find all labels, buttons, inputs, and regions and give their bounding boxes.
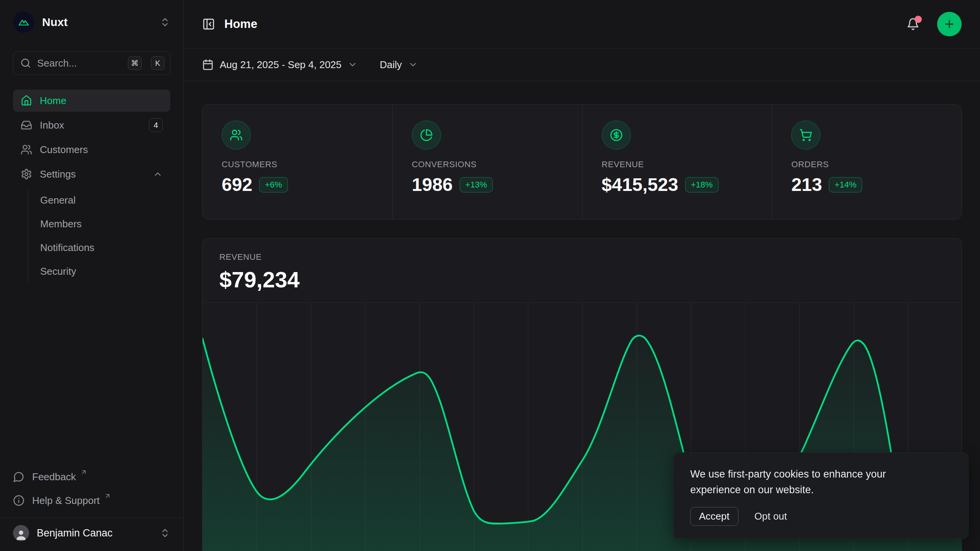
stat-label: REVENUE: [602, 160, 753, 170]
topbar: Home: [184, 0, 980, 49]
help-support-label: Help & Support: [32, 495, 100, 507]
user-menu-button[interactable]: Benjamin Canac: [13, 525, 170, 541]
gear-icon: [21, 168, 32, 180]
user-name: Benjamin Canac: [37, 527, 113, 539]
brand-name: Nuxt: [42, 16, 68, 29]
users-icon: [21, 144, 32, 155]
page-title: Home: [224, 17, 257, 31]
calendar-icon: [202, 59, 214, 70]
external-link-icon: [80, 469, 87, 476]
shopping-cart-icon: [791, 121, 820, 150]
toolbar: Aug 21, 2025 - Sep 4, 2025 Daily: [184, 49, 980, 81]
stat-value: 692: [222, 174, 252, 195]
notification-dot: [915, 16, 922, 23]
stat-value: 1986: [412, 174, 453, 195]
chevron-up-icon: [153, 169, 163, 179]
stat-orders[interactable]: ORDERS 213 +14%: [772, 104, 962, 219]
sidebar-footer: Feedback Help & Support: [13, 465, 170, 518]
nuxt-logo: [13, 11, 34, 33]
stat-label: CUSTOMERS: [222, 160, 373, 170]
sidebar-item-label: Inbox: [40, 119, 64, 131]
home-icon: [21, 95, 32, 106]
sidebar-item-general[interactable]: General: [28, 188, 170, 212]
message-bubble-icon: [13, 471, 24, 483]
chevron-up-down-icon: [160, 17, 170, 28]
sidebar-item-members[interactable]: Members: [28, 212, 170, 236]
sidebar-item-notifications[interactable]: Notifications: [28, 236, 170, 259]
stat-delta-badge: +14%: [829, 177, 862, 192]
settings-sub-list: General Members Notifications Security: [28, 188, 170, 283]
stat-revenue[interactable]: REVENUE $415,523 +18%: [582, 104, 772, 219]
sidebar-nav: Home Inbox 4: [13, 90, 170, 283]
sidebar-item-label: Home: [40, 95, 66, 107]
granularity-value: Daily: [380, 59, 402, 71]
stat-value: $415,523: [602, 174, 678, 195]
info-circle-icon: [13, 495, 24, 506]
sub-item-label: Security: [40, 266, 76, 277]
feedback-label: Feedback: [32, 471, 76, 483]
avatar: [13, 525, 29, 541]
kbd-cmd: ⌘: [128, 56, 142, 70]
sidebar-item-security[interactable]: Security: [28, 259, 170, 283]
help-support-link[interactable]: Help & Support: [13, 489, 170, 512]
revenue-chart-value: $79,234: [219, 267, 945, 292]
sidebar: Nuxt Search... ⌘ K: [0, 0, 184, 551]
granularity-select[interactable]: Daily: [380, 59, 418, 71]
sidebar-item-customers[interactable]: Customers: [13, 139, 170, 161]
add-button[interactable]: [937, 12, 962, 36]
user-section: Benjamin Canac: [0, 518, 183, 551]
stat-conversions[interactable]: CONVERSIONS 1986 +13%: [392, 104, 582, 219]
notifications-button[interactable]: [906, 18, 920, 31]
chevron-up-down-icon: [160, 528, 170, 538]
stat-delta-badge: +13%: [460, 177, 493, 192]
external-link-icon: [104, 492, 111, 499]
date-range-picker[interactable]: Aug 21, 2025 - Sep 4, 2025: [202, 59, 358, 71]
sidebar-item-label: Customers: [40, 144, 88, 156]
stat-delta-badge: +18%: [685, 177, 719, 192]
revenue-chart-label: REVENUE: [219, 252, 945, 262]
accept-button[interactable]: Accept: [690, 507, 738, 526]
sub-item-label: Notifications: [40, 242, 95, 254]
sidebar-item-settings[interactable]: Settings: [13, 163, 170, 185]
users-icon: [222, 121, 251, 150]
opt-out-button[interactable]: Opt out: [755, 510, 787, 522]
stat-value: 213: [791, 174, 822, 195]
workspace-switcher[interactable]: Nuxt: [13, 11, 170, 34]
stats-row: CUSTOMERS 692 +6% CONVERSIONS 1986: [202, 104, 962, 220]
sidebar-item-home[interactable]: Home: [13, 90, 170, 112]
plus-icon: [943, 18, 956, 30]
kbd-k: K: [151, 56, 165, 70]
stat-label: ORDERS: [791, 160, 942, 170]
sidebar-item-label: Settings: [40, 168, 76, 180]
feedback-link[interactable]: Feedback: [13, 465, 170, 489]
revenue-chart-header: REVENUE $79,234: [203, 238, 962, 302]
chart-pie-icon: [412, 121, 441, 150]
chevron-down-icon: [408, 60, 418, 70]
cookie-banner: We use first-party cookies to enhance yo…: [673, 452, 969, 539]
inbox-count-badge: 4: [149, 118, 163, 132]
inbox-icon: [21, 119, 32, 131]
chevron-down-icon: [348, 60, 358, 70]
date-range-value: Aug 21, 2025 - Sep 4, 2025: [220, 59, 341, 71]
stat-delta-badge: +6%: [259, 177, 288, 192]
stat-customers[interactable]: CUSTOMERS 692 +6%: [203, 104, 392, 219]
search-icon: [20, 58, 31, 68]
circle-dollar-icon: [602, 121, 631, 150]
search-placeholder: Search...: [37, 57, 122, 69]
cookie-actions: Accept Opt out: [690, 507, 951, 526]
sub-item-label: General: [40, 194, 76, 206]
cookie-message: We use first-party cookies to enhance yo…: [690, 466, 939, 498]
stat-label: CONVERSIONS: [412, 160, 563, 170]
collapse-sidebar-icon[interactable]: [202, 18, 215, 31]
search-input[interactable]: Search... ⌘ K: [13, 51, 170, 75]
sub-item-label: Members: [40, 218, 82, 230]
sidebar-item-inbox[interactable]: Inbox 4: [13, 114, 170, 136]
